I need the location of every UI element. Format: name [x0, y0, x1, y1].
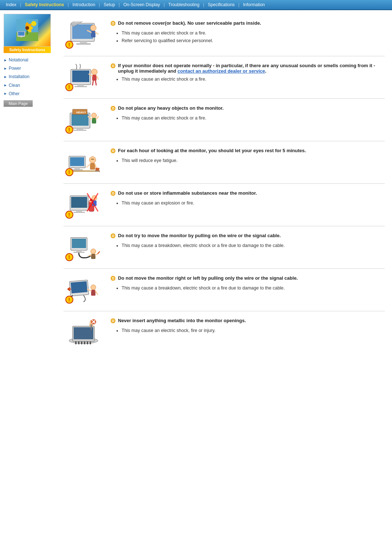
illus-box-4: !: [65, 148, 103, 177]
main-page-button[interactable]: Main Page: [4, 100, 33, 107]
svg-rect-54: [71, 197, 87, 208]
gear-icon-4: ⚙: [110, 147, 116, 155]
svg-line-41: [96, 117, 98, 119]
svg-point-26: [91, 69, 97, 75]
svg-rect-52: [95, 171, 99, 171]
svg-metallic: [67, 319, 100, 346]
bullet-6-1: This may cause a breakdown, electric sho…: [122, 242, 385, 249]
nav-troubleshooting[interactable]: Troubleshooting: [166, 1, 203, 9]
text-heavy: ⚙ Do not place any heavy objects on the …: [110, 105, 385, 122]
svg-point-2: [31, 21, 36, 26]
svg-rect-25: [74, 86, 87, 87]
svg-rect-83: [81, 341, 82, 344]
title-move-wire: ⚙ Do not move the monitor right or left …: [110, 275, 385, 283]
warning-badge-7: !: [65, 296, 73, 304]
arrow-notational: ►: [4, 57, 7, 63]
navigation-bar: Index | Safety Instructions | Introducti…: [0, 0, 392, 10]
title-inflammable: ⚙ Do not use or store inflammable substa…: [110, 190, 385, 198]
title-pull-wire: ⚙ Do not try to move the monitor by pull…: [110, 233, 385, 240]
nav-setup[interactable]: Setup: [101, 1, 118, 9]
instruction-row-no-cover: ! ⚙ Do not remove cover(or back). No use…: [64, 14, 385, 56]
sidebar-item-installation[interactable]: ► Installation: [4, 73, 56, 81]
nav-sep-5: |: [163, 2, 166, 7]
text-pull-wire: ⚙ Do not try to move the monitor by pull…: [110, 233, 385, 250]
nav-sep-2: |: [67, 2, 70, 7]
nav-index[interactable]: Index: [3, 1, 19, 9]
illus-no-cover: !: [64, 20, 103, 49]
svg-point-47: [89, 157, 96, 163]
nav-sep-4: |: [118, 2, 121, 7]
nav-specifications[interactable]: Specifications: [205, 1, 238, 9]
svg-rect-15: [80, 41, 87, 43]
svg-rect-67: [73, 252, 85, 253]
nav-introduction[interactable]: Introduction: [70, 1, 98, 9]
title-eye: ⚙ For each hour of looking at the monito…: [110, 148, 385, 155]
svg-line-70: [89, 255, 91, 256]
sidebar-logo: [4, 14, 51, 46]
bullet-3-1: This may cause an electric shock or a fi…: [122, 115, 385, 122]
bullets-inflammable: This may cause an explosion or fire.: [110, 200, 385, 207]
illus-box-3: HEAVY !: [65, 105, 103, 134]
gear-icon-7: ⚙: [110, 275, 116, 283]
illus-metallic: [64, 318, 103, 347]
svg-rect-45: [72, 169, 83, 170]
svg-rect-80: [74, 327, 93, 339]
sidebar-item-other[interactable]: ► Other: [4, 90, 56, 98]
bullet-2-1: This may cause an electric shock or a fi…: [122, 76, 385, 83]
svg-rect-27: [92, 75, 97, 81]
sidebar-item-clean[interactable]: ► Clean: [4, 81, 56, 90]
bullets-eye: This will reduce eye fatigue.: [110, 157, 385, 164]
nav-sep-6: |: [202, 2, 205, 7]
illus-box-8: [65, 318, 103, 347]
svg-line-29: [97, 76, 98, 79]
link-dealer[interactable]: contact an authorized dealer or service: [177, 68, 265, 74]
title-no-cover: ⚙ Do not remove cover(or back). No user …: [110, 20, 385, 28]
bullets-heavy: This may cause an electric shock or a fi…: [110, 115, 385, 122]
nav-safety[interactable]: Safety Instructions: [22, 1, 67, 9]
svg-line-71: [95, 254, 98, 255]
svg-rect-82: [78, 341, 79, 344]
text-inflammable: ⚙ Do not use or store inflammable substa…: [110, 190, 385, 207]
bullets-no-cover: This may cause an electric shock or a fi…: [110, 30, 385, 44]
svg-rect-11: [18, 32, 24, 36]
warning-badge-5: !: [65, 211, 73, 219]
bullet-5-1: This may cause an explosion or fire.: [122, 200, 385, 207]
sidebar-item-power[interactable]: ► Power: [4, 64, 56, 73]
sidebar: Safety Instructions ► Notational ► Power…: [4, 14, 56, 353]
gear-icon-8: ⚙: [110, 317, 116, 325]
instruction-row-unusual: ! ⚙ If your monitor does not operate nor…: [64, 56, 385, 99]
text-eye: ⚙ For each hour of looking at the monito…: [110, 148, 385, 165]
svg-rect-23: [72, 70, 89, 82]
content-area: ! ⚙ Do not remove cover(or back). No use…: [60, 14, 388, 353]
instruction-row-heavy: HEAVY ! ⚙ Do not place any heavy objects…: [64, 99, 385, 141]
instruction-row-pull-wire: ! ⚙ Do not try to move the monitor by pu…: [64, 226, 385, 269]
instruction-row-inflammable: ! ⚙ Do not use or store inflammable subs…: [64, 184, 385, 226]
svg-rect-85: [87, 341, 88, 344]
warning-badge-1: !: [65, 41, 73, 49]
illus-unusual: !: [64, 63, 103, 92]
svg-rect-73: [71, 281, 87, 293]
svg-point-68: [91, 249, 96, 254]
nav-sep-7: |: [238, 2, 240, 7]
instruction-row-move-wire: ! ⚙ Do not move the monitor right or lef…: [64, 269, 385, 311]
illus-inflammable: !: [64, 190, 103, 219]
bullets-pull-wire: This may cause a breakdown, electric sho…: [110, 242, 385, 249]
sidebar-item-notational[interactable]: ► Notational: [4, 56, 56, 64]
nav-osd[interactable]: On-Screen Display: [121, 1, 163, 9]
gear-icon-2: ⚙: [110, 62, 116, 70]
title-metallic: ⚙ Never insert anything metallic into th…: [110, 318, 385, 325]
svg-point-38: [91, 113, 97, 118]
svg-line-30: [93, 81, 93, 85]
nav-information[interactable]: Information: [240, 1, 268, 9]
text-metallic: ⚙ Never insert anything metallic into th…: [110, 318, 385, 335]
illus-box-2: !: [65, 63, 103, 92]
warning-badge-6: !: [65, 253, 73, 261]
illus-box-5: !: [65, 190, 103, 219]
sidebar-section-label: Safety Instructions: [4, 46, 51, 53]
svg-line-50: [95, 164, 96, 168]
instruction-row-metallic: ⚙ Never insert anything metallic into th…: [64, 311, 385, 353]
illus-box-7: !: [65, 275, 103, 304]
warning-badge-3: !: [65, 126, 73, 134]
warning-badge-2: !: [65, 83, 73, 91]
svg-line-77: [95, 291, 98, 295]
